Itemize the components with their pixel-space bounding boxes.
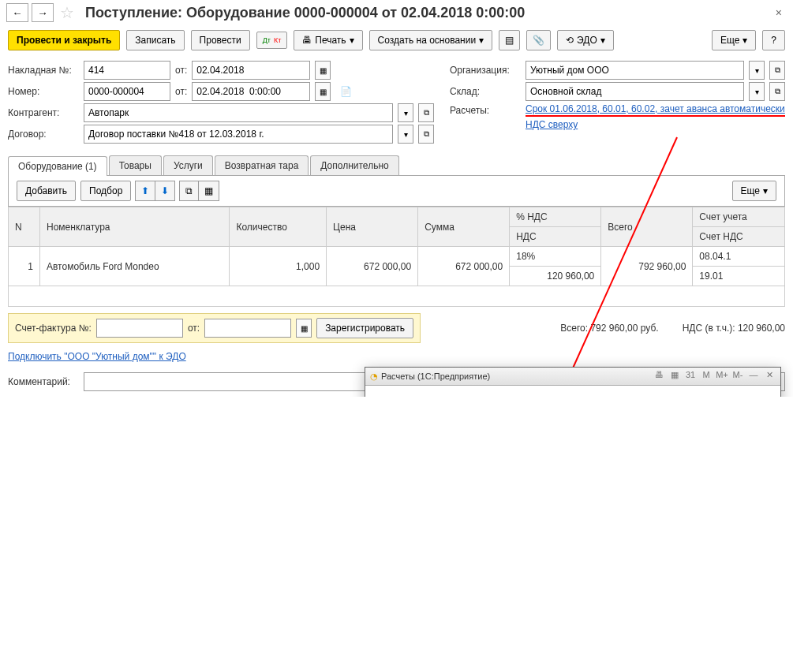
cal31-icon[interactable]: 31 — [684, 370, 697, 383]
dtct-button[interactable]: ДтКт — [256, 32, 288, 49]
open-icon-4[interactable]: ⧉ — [769, 82, 785, 101]
minimize-icon[interactable]: — — [747, 370, 760, 383]
from-label-2: от: — [175, 86, 187, 97]
attach-button[interactable]: 📎 — [526, 30, 551, 50]
total-value: 792 960,00 — [590, 323, 638, 334]
col-sum: Сумма — [418, 207, 510, 247]
warehouse-input[interactable] — [526, 82, 744, 101]
col-total: Всего — [601, 207, 693, 247]
calendar-icon-3[interactable]: ▦ — [296, 319, 312, 338]
print-icon[interactable]: 🖶 — [653, 370, 665, 383]
contract-label: Договор: — [8, 129, 79, 140]
add-row-button[interactable]: Добавить — [17, 181, 76, 201]
dropdown-icon-4[interactable]: ▾ — [749, 82, 765, 101]
contragent-input[interactable] — [84, 103, 393, 122]
open-icon-2[interactable]: ⧉ — [418, 125, 434, 144]
help-button[interactable]: ? — [762, 30, 785, 50]
invoice-from-label: от: — [188, 323, 200, 334]
register-button[interactable]: Зарегистрировать — [316, 318, 413, 338]
page-title: Поступление: Оборудование 0000-000004 от… — [85, 5, 525, 21]
tab-containers[interactable]: Возвратная тара — [215, 155, 309, 175]
number-date-input[interactable] — [192, 82, 310, 101]
create-based-button[interactable]: Создать на основании ▾ — [369, 30, 493, 50]
mplus-icon[interactable]: M+ — [716, 370, 728, 383]
pick-button[interactable]: Подбор — [80, 181, 131, 201]
col-vat-pct: % НДС — [510, 207, 601, 227]
settlements-popup: ◔ Расчеты (1С:Предприятие) 🖶 ▦ 31 M M+ M… — [365, 367, 781, 397]
number-label: Номер: — [8, 86, 79, 97]
table-row[interactable]: 1 Автомобиль Ford Mondeo 1,000 672 000,0… — [9, 247, 785, 267]
close-button[interactable]: × — [771, 5, 787, 21]
grid-icon[interactable]: ▦ — [668, 370, 681, 383]
tab-services[interactable]: Услуги — [163, 155, 213, 175]
col-n: N — [9, 207, 40, 247]
dropdown-icon-2[interactable]: ▾ — [398, 125, 413, 144]
invoice-date-input[interactable] — [192, 61, 310, 80]
equipment-table[interactable]: N Номенклатура Количество Цена Сумма % Н… — [8, 207, 785, 307]
tab-extra[interactable]: Дополнительно — [310, 155, 398, 175]
post-button[interactable]: Провести — [191, 30, 250, 50]
popup-titlebar: Расчеты (1С:Предприятие) — [381, 371, 490, 381]
dropdown-icon-3[interactable]: ▾ — [749, 61, 765, 80]
dropdown-icon[interactable]: ▾ — [398, 103, 413, 122]
warehouse-label: Склад: — [450, 86, 521, 97]
invoice-num-input[interactable] — [96, 319, 183, 338]
vat-value: 120 960,00 — [738, 323, 785, 334]
close-popup-icon[interactable]: ✕ — [763, 370, 776, 383]
col-price: Цена — [327, 207, 418, 247]
contragent-label: Контрагент: — [8, 107, 79, 118]
more-button[interactable]: Еще ▾ — [712, 30, 756, 50]
move-up-button[interactable]: ⬆ — [135, 181, 155, 201]
col-acct-vat: Счет НДС — [693, 227, 785, 247]
invoice-no-input[interactable] — [84, 61, 170, 80]
app-icon: ◔ — [370, 371, 378, 382]
calc-label: Расчеты: — [450, 105, 521, 116]
calendar-icon-2[interactable]: ▦ — [315, 82, 331, 101]
edo-connect-link[interactable]: Подключить "ООО "Уютный дом"" к ЭДО — [8, 351, 186, 362]
col-qty: Количество — [230, 207, 327, 247]
number-input[interactable] — [84, 82, 170, 101]
contract-input[interactable] — [84, 125, 393, 144]
total-label: Всего: — [560, 323, 588, 334]
tab-goods[interactable]: Товары — [109, 155, 162, 175]
invoice-date-input-2[interactable] — [204, 319, 291, 338]
org-input[interactable] — [526, 61, 744, 80]
open-icon-3[interactable]: ⧉ — [769, 61, 785, 80]
col-vat: НДС — [510, 227, 601, 247]
col-nom: Номенклатура — [40, 207, 230, 247]
comment-label: Комментарий: — [8, 376, 79, 387]
col-acct: Счет учета — [693, 207, 785, 227]
calc-link[interactable]: Срок 01.06.2018, 60.01, 60.02, зачет ава… — [526, 103, 785, 117]
save-button[interactable]: Записать — [126, 30, 184, 50]
invoice-label: Счет-фактура №: — [15, 323, 92, 334]
post-and-close-button[interactable]: Провести и закрыть — [8, 30, 120, 50]
move-down-button[interactable]: ⬇ — [155, 181, 175, 201]
mminus-icon[interactable]: M- — [731, 370, 744, 383]
popup-title: Расчеты — [375, 394, 771, 397]
paste-button[interactable]: ▦ — [198, 181, 219, 201]
print-button[interactable]: 🖶 Печать ▾ — [294, 30, 362, 50]
back-button[interactable]: ← — [6, 3, 28, 22]
from-label: от: — [175, 65, 187, 76]
invoice-no-label: Накладная №: — [8, 65, 79, 76]
tab-equipment[interactable]: Оборудование (1) — [8, 156, 107, 176]
edo-button[interactable]: ⟲ ЭДО ▾ — [557, 30, 614, 50]
forward-button[interactable]: → — [32, 3, 54, 22]
m-icon[interactable]: M — [700, 370, 713, 383]
vat-link[interactable]: НДС сверху — [526, 119, 578, 130]
posted-icon: 📄 — [340, 86, 352, 97]
struct-button[interactable]: ▤ — [499, 30, 520, 50]
org-label: Организация: — [450, 65, 521, 76]
favorite-icon[interactable]: ☆ — [60, 3, 74, 22]
copy-button[interactable]: ⧉ — [179, 181, 199, 201]
calendar-icon[interactable]: ▦ — [315, 61, 331, 80]
open-icon[interactable]: ⧉ — [418, 103, 434, 122]
vat-label: НДС (в т.ч.): — [683, 323, 735, 334]
table-more-button[interactable]: Еще ▾ — [732, 181, 776, 201]
